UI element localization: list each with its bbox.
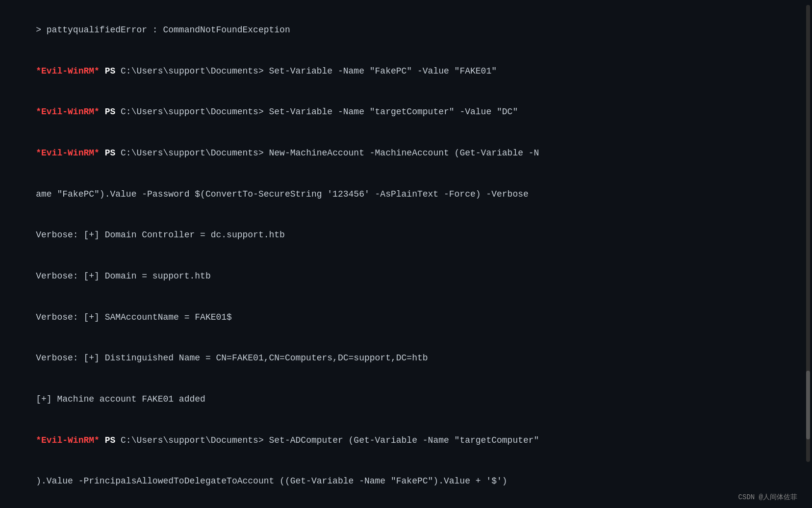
terminal-line-3: *Evil-WinRM* PS C:\Users\support\Documen… [15,133,797,174]
terminal-set-adcomputer-line2: ).Value -PrincipalsAllowedToDelegateToAc… [15,461,797,502]
scrollbar[interactable] [806,5,810,462]
terminal-verbose-4: Verbose: [+] Distinguished Name = CN=FAK… [15,338,797,379]
terminal-verbose-1: Verbose: [+] Domain Controller = dc.supp… [15,215,797,256]
terminal-set-adcomputer-line1: *Evil-WinRM* PS C:\Users\support\Documen… [15,420,797,461]
terminal-verbose-3: Verbose: [+] SAMAccountName = FAKE01$ [15,297,797,338]
watermark: CSDN @人间体佐菲 [738,492,797,503]
terminal-line-3b: ame "FakePC").Value -Password $(ConvertT… [15,174,797,215]
terminal-line-2: *Evil-WinRM* PS C:\Users\support\Documen… [15,92,797,133]
terminal-line-0: > pattyqualifiedError : CommandNotFoundE… [15,10,797,51]
evil-winrm-prompt: *Evil-WinRM* [36,66,100,76]
terminal-verbose-2: Verbose: [+] Domain = support.htb [15,256,797,297]
terminal-line-1: *Evil-WinRM* PS C:\Users\support\Documen… [15,51,797,92]
terminal-window: > pattyqualifiedError : CommandNotFoundE… [0,0,812,508]
terminal-get-adcomputer-line1: *Evil-WinRM* PS C:\Users\support\Documen… [15,502,797,508]
terminal-machine-added: [+] Machine account FAKE01 added [15,379,797,420]
scrollbar-thumb[interactable] [806,371,810,439]
